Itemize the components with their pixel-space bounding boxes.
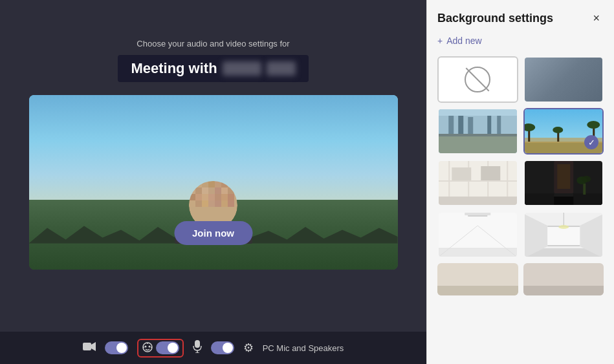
bg-option-none[interactable] [437,56,518,103]
audio-video-subtitle: Choose your audio and video settings for [137,39,289,48]
svg-rect-9 [195,187,202,194]
svg-rect-45 [487,114,491,135]
svg-rect-66 [481,166,500,180]
svg-rect-93 [437,286,518,295]
svg-rect-22 [189,200,195,207]
svg-rect-12 [215,187,221,194]
mic-toggle[interactable] [211,341,234,354]
join-now-button[interactable]: Join now [174,221,252,245]
svg-rect-26 [215,200,221,207]
svg-rect-89 [547,245,580,246]
bg-option-blur[interactable] [523,56,604,103]
meeting-with-label: Meeting with [131,60,217,77]
svg-rect-18 [208,194,215,200]
svg-rect-6 [221,181,228,187]
svg-rect-59 [439,197,517,206]
settings-icon[interactable]: ⚙ [243,341,254,355]
add-icon: + [437,36,443,46]
blur-preview [525,58,603,102]
right-panel: Background settings × + Add new [426,0,614,364]
speaker-label: PC Mic and Speakers [263,343,344,353]
effects-icon [142,341,153,355]
bg-option-interior1[interactable] [437,160,518,206]
svg-rect-43 [458,114,463,135]
camera-icon [83,341,96,354]
effects-toggle-knob [168,343,178,353]
bg-option-white-room[interactable] [437,211,518,258]
no-bg-icon [465,67,490,92]
svg-rect-71 [525,193,554,206]
svg-rect-14 [228,187,234,194]
svg-rect-47 [439,134,517,136]
svg-rect-60 [448,161,450,197]
bg-option-beach[interactable]: ✓ [523,108,604,155]
left-panel: Choose your audio and video settings for… [0,0,426,364]
svg-rect-10 [202,187,208,194]
bg-option-extra2[interactable] [523,263,604,295]
svg-rect-63 [507,161,508,197]
svg-point-36 [151,347,152,348]
meeting-title-bar: Meeting with [118,55,308,82]
video-preview: Join now [29,95,398,270]
mic-icon [193,340,202,356]
svg-rect-8 [189,187,195,194]
svg-rect-41 [439,135,517,155]
svg-point-57 [553,127,563,133]
svg-rect-37 [195,340,200,348]
svg-rect-23 [195,200,202,207]
panel-header: Background settings × [437,10,604,27]
svg-rect-15 [189,194,195,200]
svg-rect-25 [208,200,215,207]
bg-option-extra1[interactable] [437,263,518,295]
svg-rect-64 [439,180,517,182]
svg-rect-72 [573,193,602,206]
camera-toggle[interactable] [105,341,128,354]
svg-rect-4 [208,181,215,187]
add-new-label: Add new [446,36,481,46]
effects-toggle[interactable] [156,341,179,354]
selected-check: ✓ [584,135,598,149]
svg-rect-7 [228,181,234,187]
svg-rect-21 [228,194,234,200]
svg-rect-1 [189,181,195,187]
svg-rect-16 [195,194,202,200]
svg-rect-95 [523,286,604,295]
svg-rect-2 [195,181,202,187]
svg-rect-19 [215,194,221,200]
svg-point-34 [147,343,148,344]
svg-point-33 [148,345,150,347]
svg-point-35 [143,347,144,348]
svg-marker-30 [91,342,96,351]
svg-rect-24 [202,200,208,207]
svg-point-55 [587,121,600,129]
svg-rect-78 [465,213,490,215]
svg-rect-46 [497,116,501,135]
bg-option-corridor[interactable] [523,211,604,258]
effects-group [137,339,184,358]
svg-rect-44 [468,117,473,135]
svg-rect-13 [221,187,228,194]
svg-rect-27 [221,200,228,207]
camera-toggle-knob [116,343,127,353]
svg-rect-79 [468,215,487,217]
svg-rect-5 [215,181,221,187]
svg-rect-42 [448,116,454,135]
svg-point-91 [558,225,569,229]
close-button[interactable]: × [589,10,604,27]
svg-point-32 [144,345,146,347]
panel-title: Background settings [437,12,553,25]
mic-toggle-knob [223,343,233,353]
svg-rect-48 [439,109,517,116]
svg-rect-17 [202,194,208,200]
svg-rect-73 [583,184,586,195]
blurred-name-2 [267,61,296,76]
svg-rect-11 [208,187,215,194]
svg-rect-28 [228,200,234,207]
bg-option-office[interactable] [437,108,518,155]
svg-rect-3 [202,181,208,187]
add-new-row[interactable]: + Add new [437,36,604,46]
bg-option-dark-interior[interactable] [523,160,604,206]
svg-rect-77 [439,248,517,258]
background-grid: ✓ [437,56,604,258]
svg-rect-20 [221,194,228,200]
